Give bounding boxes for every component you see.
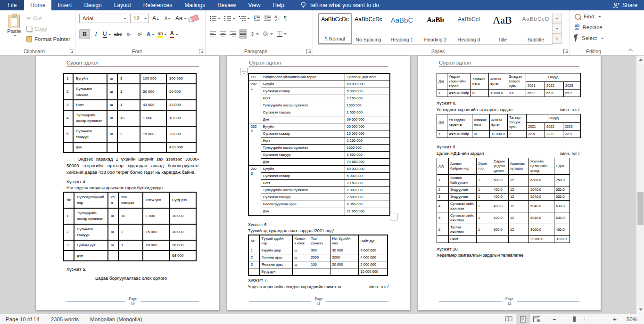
font-dialog-launcher[interactable]: [199, 49, 204, 54]
table-cell[interactable]: 2021: [248, 81, 261, 123]
table-cell[interactable]: 1: [437, 131, 447, 138]
table-cell[interactable]: 65.6: [545, 90, 564, 97]
table-cell[interactable]: 3: [64, 240, 74, 251]
table-cell[interactable]: Нийт: [449, 236, 477, 243]
style-subtitle[interactable]: AaBbCcDSubtitle: [519, 13, 553, 44]
scrollbar-thumb[interactable]: [637, 192, 644, 225]
highlight-button[interactable]: ab: [157, 30, 168, 39]
table-cell[interactable]: 28 000: [169, 240, 196, 251]
table-cell[interactable]: Сүлжмэл хийх ажилтан: [449, 212, 477, 224]
page-indicator[interactable]: Page 10 of 14: [0, 316, 45, 322]
table-cell[interactable]: Үл хөдлөх хөрөнгө: [447, 114, 472, 131]
table-caption-8[interactable]: Хүснэгт 8.: [437, 101, 579, 105]
table-cell[interactable]: Түлхүүрийн оосор сүлжмэл: [73, 110, 107, 126]
table-cell[interactable]: 60 000 000: [345, 81, 390, 88]
underline-button[interactable]: U: [102, 30, 112, 39]
format-painter-button[interactable]: Format Painter: [26, 35, 70, 43]
table-cell[interactable]: Ногт: [261, 95, 345, 102]
find-button[interactable]: Find: [575, 12, 617, 21]
table-cell[interactable]: 1: [118, 240, 143, 251]
table-cell[interactable]: 2: [64, 84, 73, 100]
print-layout-button[interactable]: [516, 314, 530, 324]
tab-references[interactable]: References: [137, 0, 178, 10]
table-cell[interactable]: 30 000: [330, 247, 358, 254]
table-cell[interactable]: 12: [509, 201, 529, 212]
zoom-slider[interactable]: [560, 319, 609, 319]
table-cell[interactable]: 12: [509, 194, 529, 201]
table-cell[interactable]: [117, 142, 140, 153]
table-cell[interactable]: 5: [64, 126, 73, 142]
table-cell[interactable]: Сүлжмэл хазаар: [261, 173, 345, 180]
style-heading1[interactable]: AaBbCHeading 1: [385, 13, 419, 44]
table-cell[interactable]: [108, 251, 118, 261]
table-cell[interactable]: Туслах ажилтан: [449, 224, 477, 236]
table-cell[interactable]: Сүлжмэл ташуур: [261, 152, 345, 159]
tab-layout[interactable]: Layout: [108, 0, 137, 10]
table-cell[interactable]: ш: [471, 90, 489, 97]
text-effects-button[interactable]: A: [146, 30, 156, 39]
table-caption-4[interactable]: Хүснэгт 4: [66, 179, 199, 184]
table-cell[interactable]: [477, 236, 492, 243]
table-cell[interactable]: Сүлжмэл ташуур: [74, 224, 108, 240]
table-cell[interactable]: 2021: [526, 81, 545, 90]
property-tax-title[interactable]: Үл хөдлөх хөрөнгийн татварын зардал: [437, 107, 512, 112]
table-cell[interactable]: Сүлжмэл хийх ажилтан: [449, 201, 477, 212]
table-cell[interactable]: 5 000 000: [345, 88, 390, 95]
table-cell[interactable]: ш: [107, 100, 117, 110]
table-cell[interactable]: 1: [477, 224, 492, 236]
table-cell[interactable]: Нэг бүрийн үнэ: [330, 235, 358, 247]
table-cell[interactable]: 50 000: [166, 84, 196, 100]
table-cell[interactable]: 433 000: [166, 142, 196, 153]
clipboard-dialog-launcher[interactable]: [69, 49, 74, 54]
table-cell[interactable]: 3720.0: [554, 236, 570, 243]
depreciation-title[interactable]: Үндсэн хөрөнгийн элэгдэл хорогдлийн шимт…: [248, 284, 341, 289]
table-cell[interactable]: 2023: [563, 122, 581, 131]
table-cell[interactable]: Дүн: [261, 116, 345, 123]
table-cell[interactable]: Бугуйл: [261, 166, 345, 173]
table-cell[interactable]: 750.0: [554, 175, 570, 186]
table-cell[interactable]: Ажлын байрны нэр: [449, 158, 477, 175]
table-cell[interactable]: 300.0: [492, 224, 509, 236]
table-cell[interactable]: Сүлжмэл хазаар: [73, 84, 107, 100]
font-size-combo[interactable]: 12: [130, 14, 149, 23]
table-cell[interactable]: 15 000 000: [345, 130, 390, 138]
table-cell[interactable]: 2022: [248, 123, 261, 166]
table-cell[interactable]: 50 000: [140, 84, 166, 100]
table-cell[interactable]: 420.0: [492, 212, 509, 224]
align-left-button[interactable]: [209, 30, 216, 38]
table-cell[interactable]: Нийт дүн: [358, 235, 388, 247]
italic-button[interactable]: I: [91, 30, 101, 39]
table-cell[interactable]: Он: [248, 73, 261, 81]
table-cell[interactable]: [64, 251, 74, 261]
table-cell[interactable]: 3: [117, 73, 140, 84]
table-cell[interactable]: 2: [64, 224, 74, 240]
table-cell[interactable]: 11 000.0: [490, 131, 508, 138]
table-cell[interactable]: 2 150 000: [345, 138, 390, 145]
table-cell[interactable]: 22.0: [563, 131, 581, 138]
styles-more-button[interactable]: ⇟: [552, 33, 562, 44]
table-cell[interactable]: 2 150 000: [345, 180, 390, 187]
table-cell[interactable]: Ямааны арьс: [259, 261, 292, 268]
table-cell[interactable]: 2021: [527, 122, 545, 131]
table-cell[interactable]: д\д: [437, 158, 449, 175]
word-count[interactable]: 2305 words: [45, 316, 84, 322]
table-cell[interactable]: [143, 251, 169, 261]
raw-materials-title[interactable]: Түүхий эд худалдан авах зардал /2021 онд…: [248, 228, 388, 233]
table-cell[interactable]: ш: [107, 110, 117, 126]
table-cell[interactable]: 2023: [564, 81, 581, 90]
table-cell[interactable]: 15 000 000: [358, 268, 388, 276]
table-caption-6[interactable]: Хүснэгт 6.: [248, 222, 388, 227]
table-cell[interactable]: [509, 236, 529, 243]
unit-note[interactable]: /мян. төг /: [369, 284, 388, 289]
table-cell[interactable]: 15 000: [140, 126, 166, 142]
borders-button[interactable]: [276, 30, 287, 38]
table-cell[interactable]: Бугуйл: [73, 73, 107, 84]
table-cell[interactable]: 28 000: [143, 240, 169, 251]
table-cell[interactable]: ш: [107, 126, 117, 142]
table-cell[interactable]: 1: [477, 186, 492, 194]
align-right-button[interactable]: [229, 30, 236, 38]
table-cell[interactable]: Үхрийн шир: [259, 247, 292, 254]
table-cell[interactable]: 1000 000: [345, 145, 390, 152]
table-cell[interactable]: 1 500 000: [345, 109, 390, 116]
page-footer[interactable]: Page12: [439, 297, 579, 306]
